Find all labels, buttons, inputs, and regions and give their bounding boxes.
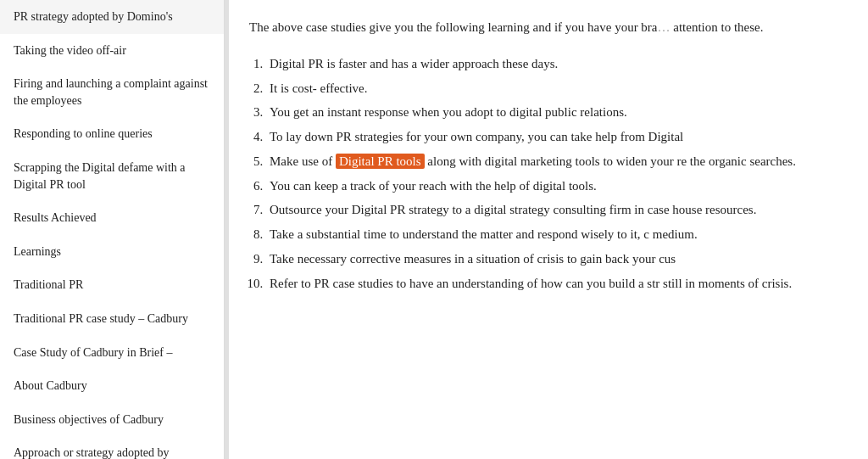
sidebar-item-7[interactable]: Traditional PR <box>0 268 224 302</box>
sidebar-item-5[interactable]: Results Achieved <box>0 201 224 235</box>
intro-paragraph: The above case studies give you the foll… <box>249 17 844 38</box>
sidebar-item-0[interactable]: PR strategy adopted by Domino's <box>0 0 224 34</box>
sidebar-item-8[interactable]: Traditional PR case study – Cadbury <box>0 302 224 336</box>
main-content: The above case studies give you the foll… <box>229 0 868 459</box>
sidebar-item-1[interactable]: Taking the video off-air <box>0 34 224 68</box>
sidebar-item-10[interactable]: About Cadbury <box>0 369 224 403</box>
sidebar: PR strategy adopted by Domino'sTaking th… <box>0 0 225 459</box>
list-item-4: To lay down PR strategies for your own c… <box>266 126 844 148</box>
list-item-10: Refer to PR case studies to have an unde… <box>266 273 844 294</box>
sidebar-item-9[interactable]: Case Study of Cadbury in Brief – <box>0 336 224 370</box>
sidebar-item-3[interactable]: Responding to online queries <box>0 117 224 151</box>
sidebar-item-12[interactable]: Approach or strategy adopted by Cadbury <box>0 436 224 459</box>
list-item-1: Digital PR is faster and has a wider app… <box>266 53 844 75</box>
list-item-6: You can keep a track of your reach with … <box>266 176 844 197</box>
sidebar-item-4[interactable]: Scrapping the Digital defame with a Digi… <box>0 151 224 201</box>
list-item-8: Take a substantial time to understand th… <box>266 224 844 245</box>
list-item-9: Take necessary corrective measures in a … <box>266 249 844 270</box>
list-item-7: Outsource your Digital PR strategy to a … <box>266 199 844 221</box>
sidebar-item-6[interactable]: Learnings <box>0 235 224 269</box>
highlighted-phrase: Digital PR tools <box>336 154 425 169</box>
learning-list: Digital PR is faster and has a wider app… <box>249 53 844 294</box>
list-item-2: It is cost- effective. <box>266 78 844 99</box>
sidebar-item-2[interactable]: Firing and launching a complaint against… <box>0 67 224 117</box>
list-item-5: Make use of Digital PR tools along with … <box>266 151 844 172</box>
sidebar-item-11[interactable]: Business objectives of Cadbury <box>0 403 224 437</box>
list-item-3: You get an instant response when you ado… <box>266 102 844 123</box>
